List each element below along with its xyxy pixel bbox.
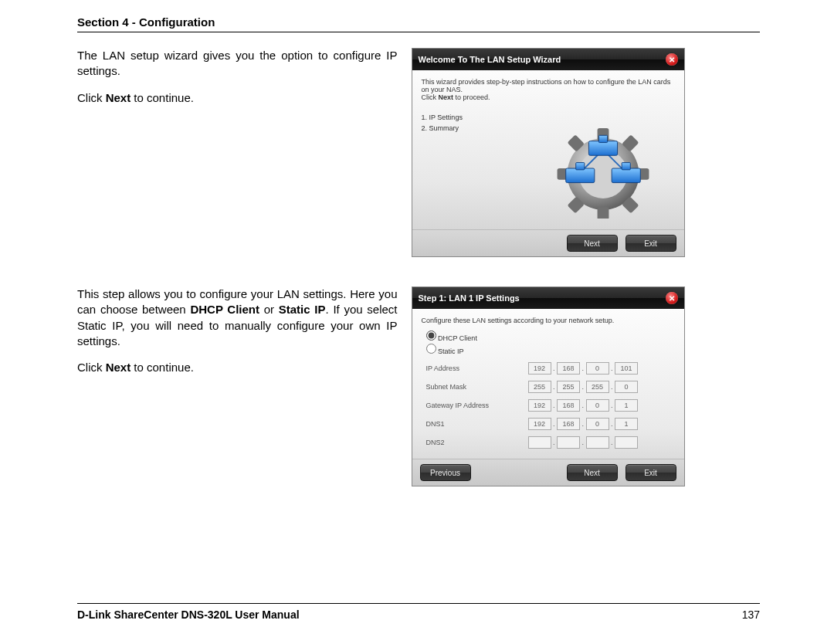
dns1-b[interactable] [557,418,580,430]
ip-d[interactable] [615,362,638,375]
row-dns1: DNS1 . . . [423,415,642,432]
section-header: Section 4 - Configuration [77,15,760,32]
row-mask: Subnet Mask . . . [423,378,642,395]
svg-rect-12 [565,168,594,183]
close-icon[interactable]: ✕ [666,53,678,66]
gw-d[interactable] [615,399,638,412]
screenshot-1: Welcome To The LAN Setup Wizard ✕ This w… [412,48,760,257]
wizard-title-bar: Welcome To The LAN Setup Wizard ✕ [412,49,684,70]
exit-button[interactable]: Exit [626,235,676,252]
svg-rect-13 [575,163,584,170]
dns1-d[interactable] [615,418,638,430]
text-block-1: The LAN setup wizard gives you the optio… [77,48,398,257]
dhcp-option: DHCP Client [426,330,675,342]
static-radio[interactable] [426,344,436,354]
para-3: This step allows you to configure your L… [77,286,398,349]
para-1: The LAN setup wizard gives you the optio… [77,48,398,80]
dns2-b[interactable] [557,436,580,449]
next-button[interactable]: Next [567,464,618,481]
dhcp-label: DHCP Client [438,334,477,342]
row-gw: Gateway IP Address . . . [423,397,642,414]
para-2: Click Next to continue. [77,90,398,106]
previous-button[interactable]: Previous [420,464,471,481]
wizard-title-bar-2: Step 1: LAN 1 IP Settings ✕ [412,287,684,309]
wizard-body-2: Configure these LAN settings according t… [412,309,684,459]
wizard-footer: Next Exit [412,229,684,256]
static-label: Static IP [438,347,464,355]
dns1-a[interactable] [528,418,551,430]
svg-rect-2 [597,207,609,219]
mask-label: Subnet Mask [423,378,524,395]
screenshot-2: Step 1: LAN 1 IP Settings ✕ Configure th… [412,286,760,486]
ip-form-table: IP Address . . . Subnet Mask . . [422,358,643,452]
wizard-intro-3: Configure these LAN settings according t… [422,317,675,324]
row-2: This step allows you to configure your L… [77,286,760,486]
ip-c[interactable] [586,362,609,375]
ip-b[interactable] [557,362,580,375]
gw-b[interactable] [557,399,580,412]
gw-a[interactable] [528,399,551,412]
dns2-c[interactable] [586,436,609,449]
svg-rect-11 [598,135,607,142]
wizard-ip-settings: Step 1: LAN 1 IP Settings ✕ Configure th… [412,286,685,486]
page-footer: D-Link ShareCenter DNS-320L User Manual … [77,603,760,621]
close-icon[interactable]: ✕ [666,292,678,304]
wizard-footer-2: Previous Next Exit [412,459,684,486]
mask-c[interactable] [586,381,609,393]
row-ip: IP Address . . . [423,360,642,377]
gw-c[interactable] [586,399,609,412]
svg-rect-15 [622,163,630,170]
dhcp-radio[interactable] [426,330,436,341]
wizard-title-2: Step 1: LAN 1 IP Settings [419,293,520,303]
next-button[interactable]: Next [567,235,618,252]
wizard-body: This wizard provides step-by-step instru… [412,70,684,229]
dns2-label: DNS2 [423,434,524,451]
ip-a[interactable] [528,362,551,375]
wizard-title: Welcome To The LAN Setup Wizard [419,55,561,64]
dns2-d[interactable] [615,436,638,449]
text-block-2: This step allows you to configure your L… [77,286,398,486]
wizard-welcome: Welcome To The LAN Setup Wizard ✕ This w… [412,48,685,257]
dns1-label: DNS1 [423,415,524,432]
mask-a[interactable] [528,381,551,393]
row-dns2: DNS2 . . . [423,434,642,451]
mask-d[interactable] [615,381,638,393]
gear-network-icon [545,118,661,219]
mask-b[interactable] [557,381,580,393]
dns1-c[interactable] [586,418,609,430]
para-4: Click Next to continue. [77,360,398,375]
gw-label: Gateway IP Address [423,397,524,414]
row-1: The LAN setup wizard gives you the optio… [77,48,760,257]
static-option: Static IP [426,344,675,355]
exit-button[interactable]: Exit [626,464,676,481]
dns2-a[interactable] [528,436,551,449]
footer-title: D-Link ShareCenter DNS-320L User Manual [77,608,300,621]
wizard-intro-2: Click Next to proceed. [422,93,675,101]
svg-rect-10 [588,141,617,156]
ip-label: IP Address [423,360,524,377]
page-number: 137 [742,608,760,621]
wizard-intro-1: This wizard provides step-by-step instru… [422,78,675,93]
svg-rect-14 [612,168,640,183]
